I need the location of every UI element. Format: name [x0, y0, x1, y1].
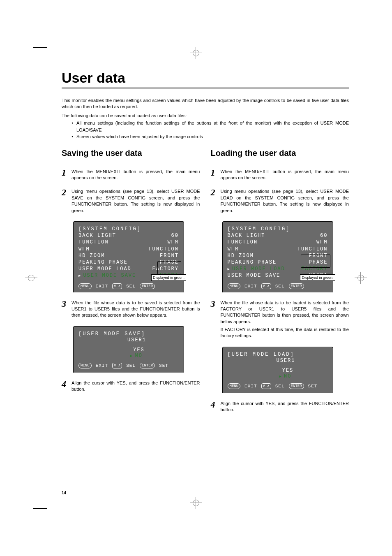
- loading-column: Loading the user data 1 When the MENU/EX…: [211, 148, 349, 421]
- highlight-box: [301, 255, 330, 268]
- loading-osd-system-config: [SYSTEM CONFIG] BACK LIGHT60 FUNCTIONWFM…: [222, 221, 333, 292]
- osd-footer-exit: EXIT: [244, 384, 257, 389]
- osd-row-label: FUNCTION: [78, 239, 109, 246]
- step-number-icon: 3: [211, 300, 217, 339]
- loading-step-4: 4 Align the cursor with YES, and press t…: [211, 401, 349, 413]
- saving-step-2-text: Using menu operations (see page 13), sel…: [71, 188, 200, 214]
- registration-mark-right: [356, 273, 365, 283]
- enter-keycap-icon: ENTER: [140, 283, 155, 289]
- osd-footer-sel: SEL: [126, 284, 136, 289]
- menu-keycap-icon: MENU: [78, 363, 92, 368]
- saving-heading: Saving the user data: [62, 148, 200, 158]
- loading-step-3-sub: If FACTORY is selected at this time, the…: [221, 327, 349, 339]
- osd-footer: MENUEXIT ∨ ∧SEL ENTERSET: [78, 363, 179, 368]
- saving-step-4-text: Align the cursor with YES, and press the…: [71, 380, 200, 393]
- osd-row-value: FUNCTION: [297, 246, 328, 253]
- step-number-icon: 4: [211, 401, 217, 413]
- saving-osd-system-config: [SYSTEM CONFIG] BACK LIGHT60 FUNCTIONWFM…: [73, 221, 184, 292]
- registration-mark-bottom: [191, 498, 201, 507]
- osd-row-value: 60: [171, 232, 179, 239]
- saving-step-1: 1 When the MENU/EXIT button is pressed, …: [62, 169, 200, 181]
- osd-title: [SYSTEM CONFIG]: [228, 226, 291, 232]
- osd-footer-set: SET: [308, 384, 318, 389]
- osd-footer-exit: EXIT: [96, 284, 108, 289]
- osd-yes-option: YES: [78, 347, 179, 353]
- osd-row-label: USER MODE SAVE: [228, 272, 281, 279]
- osd-row-value: WFM: [316, 239, 328, 246]
- osd-footer-set: SET: [159, 363, 168, 368]
- intro-paragraph-2: The following data can be saved and load…: [62, 113, 349, 119]
- osd-row-value: FRONT: [160, 253, 179, 259]
- saving-step-3: 3 When the file whose data is to be save…: [62, 300, 200, 319]
- osd-yes-option: YES: [228, 368, 328, 373]
- step-number-icon: 4: [62, 380, 68, 393]
- loading-step-1-text: When the MENU/EXIT button is pressed, th…: [221, 169, 349, 181]
- osd-row-label: PEAKING PHASE: [78, 259, 128, 266]
- osd-subtitle: USER1: [228, 358, 328, 364]
- loading-step-1: 1 When the MENU/EXIT button is pressed, …: [211, 169, 349, 181]
- loading-step-2-text: Using menu operations (see page 13), sel…: [221, 188, 349, 214]
- crop-mark-bottom-left: [33, 508, 47, 516]
- updown-keycap-icon: ∨ ∧: [112, 283, 122, 289]
- updown-keycap-icon: ∨ ∧: [261, 283, 271, 289]
- saving-step-2: 2 Using menu operations (see page 13), s…: [62, 188, 200, 214]
- osd-title: [SYSTEM CONFIG]: [78, 226, 141, 232]
- loading-step-3-text: When the file whose data is to be loaded…: [221, 300, 349, 339]
- updown-keycap-icon: ∨ ∧: [261, 383, 271, 389]
- osd-title: [USER MODE SAVE]: [78, 331, 145, 337]
- enter-keycap-icon: ENTER: [289, 383, 304, 389]
- loading-osd-user-mode-load: [USER MODE LOAD] USER1 YES NO MENUEXIT ∨…: [222, 347, 333, 393]
- menu-keycap-icon: MENU: [228, 283, 241, 289]
- loading-step-4-text: Align the cursor with YES, and press the…: [221, 401, 349, 413]
- highlight-label: Displayed in green.: [300, 274, 335, 281]
- loading-step-2: 2 Using menu operations (see page 13), s…: [211, 188, 349, 214]
- osd-row-value: 60: [320, 232, 327, 239]
- page-number: 14: [62, 491, 66, 495]
- step-number-icon: 1: [62, 169, 68, 181]
- osd-row-label: HD ZOOM: [78, 253, 105, 259]
- menu-keycap-icon: MENU: [78, 283, 92, 289]
- highlight-label: Displayed in green.: [151, 274, 186, 281]
- osd-row-label: WFM: [228, 246, 239, 253]
- saving-osd-user-mode-save: [USER MODE SAVE] USER1 YES NO MENUEXIT ∨…: [73, 326, 184, 373]
- step-number-icon: 1: [211, 169, 217, 181]
- intro-bullet-2: Screen values which have been adjusted b…: [71, 133, 349, 140]
- loading-heading: Loading the user data: [211, 148, 349, 158]
- osd-row-value: WFM: [167, 239, 179, 246]
- osd-footer-exit: EXIT: [96, 363, 108, 368]
- intro-paragraph-1: This monitor enables the menu settings a…: [62, 97, 349, 110]
- osd-row-label: FUNCTION: [228, 239, 258, 246]
- osd-row-label: USER MODE LOAD: [78, 266, 131, 272]
- osd-subtitle: USER1: [78, 337, 179, 343]
- osd-row-label-selected: USER MODE SAVE: [78, 272, 136, 279]
- step-number-icon: 3: [62, 300, 68, 319]
- step-number-icon: 2: [62, 188, 68, 214]
- page-title: User data: [62, 70, 349, 88]
- saving-column: Saving the user data 1 When the MENU/EXI…: [62, 148, 200, 421]
- enter-keycap-icon: ENTER: [289, 283, 304, 289]
- osd-footer-sel: SEL: [275, 284, 285, 289]
- intro-bullet-list: All menu settings (including the functio…: [62, 120, 349, 140]
- osd-footer-sel: SEL: [126, 363, 136, 368]
- intro-bullet-1: All menu settings (including the functio…: [71, 120, 349, 133]
- crop-mark-top-left: [33, 40, 47, 48]
- saving-step-3-text: When the file whose data is to be saved …: [71, 300, 200, 319]
- registration-mark-top: [191, 49, 201, 58]
- osd-footer: MENUEXIT ∨ ∧SEL ENTER: [78, 283, 179, 289]
- updown-keycap-icon: ∨ ∧: [112, 363, 122, 368]
- osd-no-option: NO: [228, 373, 328, 379]
- osd-row-label: BACK LIGHT: [78, 232, 116, 239]
- registration-mark-left: [27, 273, 36, 283]
- osd-row-label: PEAKING PHASE: [228, 259, 277, 266]
- osd-footer-sel: SEL: [275, 384, 285, 389]
- osd-row-label-selected: USER MODE LOAD: [228, 266, 285, 272]
- enter-keycap-icon: ENTER: [140, 363, 155, 368]
- osd-row-value: FUNCTION: [148, 246, 179, 253]
- osd-title: [USER MODE LOAD]: [228, 351, 295, 358]
- osd-no-option: NO: [78, 353, 179, 359]
- osd-row-label: HD ZOOM: [228, 253, 254, 259]
- saving-step-4: 4 Align the cursor with YES, and press t…: [62, 380, 200, 393]
- loading-step-3: 3 When the file whose data is to be load…: [211, 300, 349, 339]
- highlight-box: [157, 261, 181, 274]
- step-number-icon: 2: [211, 188, 217, 214]
